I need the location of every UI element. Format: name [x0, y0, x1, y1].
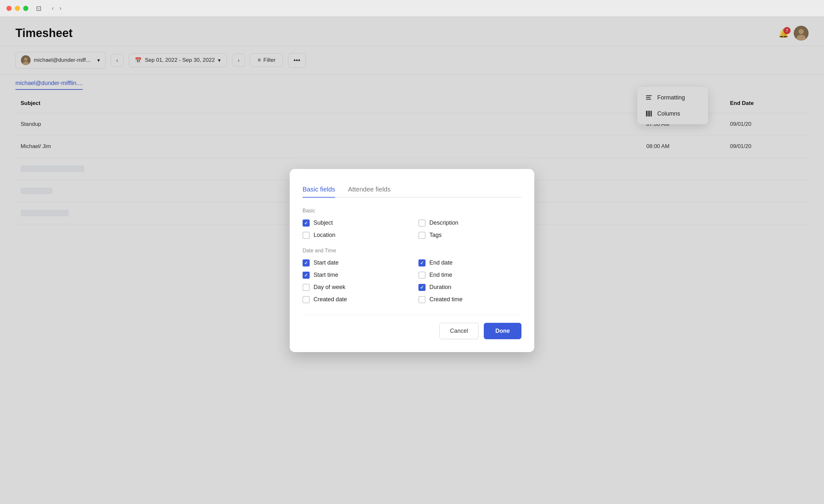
checkbox-duration[interactable]: [418, 284, 425, 291]
datetime-section-label: Date and Time: [303, 248, 521, 254]
checkbox-start-time[interactable]: [303, 272, 310, 279]
modal-footer: Cancel Done: [303, 315, 521, 339]
field-created-time-label: Created time: [429, 296, 462, 303]
field-end-time-label: End time: [429, 272, 452, 278]
field-tags: Tags: [418, 232, 521, 239]
field-start-date: Start date: [303, 260, 406, 267]
field-location-label: Location: [313, 232, 335, 238]
done-button[interactable]: Done: [484, 323, 521, 339]
field-end-date: End date: [418, 260, 521, 267]
titlebar-nav: ‹ ›: [50, 4, 64, 12]
checkbox-created-time[interactable]: [418, 296, 425, 303]
checkbox-description[interactable]: [418, 219, 425, 226]
field-description-label: Description: [429, 219, 458, 226]
tab-basic-fields[interactable]: Basic fields: [303, 182, 335, 198]
field-created-date: Created date: [303, 296, 406, 303]
sidebar-toggle-button[interactable]: ⊡: [36, 4, 41, 12]
nav-forward-button[interactable]: ›: [58, 4, 64, 12]
datetime-fields-grid: Start date End date Start time End time: [303, 260, 521, 303]
field-created-date-label: Created date: [313, 296, 347, 303]
traffic-lights: [6, 6, 28, 11]
fullscreen-button[interactable]: [23, 6, 28, 11]
checkbox-end-date[interactable]: [418, 260, 425, 267]
field-description: Description: [418, 219, 521, 226]
field-end-date-label: End date: [429, 260, 452, 266]
close-button[interactable]: [6, 6, 12, 11]
checkbox-location[interactable]: [303, 232, 310, 239]
field-day-of-week-label: Day of week: [313, 284, 345, 291]
checkbox-subject[interactable]: [303, 219, 310, 226]
field-created-time: Created time: [418, 296, 521, 303]
checkbox-tags[interactable]: [418, 232, 425, 239]
field-end-time: End time: [418, 272, 521, 279]
basic-section-label: Basic: [303, 208, 521, 214]
modal-overlay: Basic fields Attendee fields Basic Subje…: [0, 17, 824, 504]
checkbox-start-date[interactable]: [303, 260, 310, 267]
modal-tabs: Basic fields Attendee fields: [303, 182, 521, 198]
field-tags-label: Tags: [429, 232, 442, 238]
field-start-date-label: Start date: [313, 260, 339, 266]
basic-section: Basic Subject Description Location: [303, 208, 521, 239]
field-duration-label: Duration: [429, 284, 451, 291]
field-day-of-week: Day of week: [303, 284, 406, 291]
field-location: Location: [303, 232, 406, 239]
field-subject-label: Subject: [313, 219, 333, 226]
tab-attendee-fields[interactable]: Attendee fields: [348, 182, 391, 198]
checkbox-end-time[interactable]: [418, 272, 425, 279]
field-duration: Duration: [418, 284, 521, 291]
field-start-time-label: Start time: [313, 272, 338, 278]
cancel-button[interactable]: Cancel: [439, 323, 479, 339]
checkbox-day-of-week[interactable]: [303, 284, 310, 291]
datetime-section: Date and Time Start date End date Start …: [303, 248, 521, 303]
field-subject: Subject: [303, 219, 406, 226]
field-start-time: Start time: [303, 272, 406, 279]
minimize-button[interactable]: [15, 6, 20, 11]
basic-fields-grid: Subject Description Location Tags: [303, 219, 521, 239]
checkbox-created-date[interactable]: [303, 296, 310, 303]
titlebar: ⊡ ‹ ›: [0, 0, 824, 17]
columns-modal: Basic fields Attendee fields Basic Subje…: [290, 169, 534, 352]
main-area: Timesheet 🔔 7: [0, 17, 824, 504]
nav-back-button[interactable]: ‹: [50, 4, 56, 12]
